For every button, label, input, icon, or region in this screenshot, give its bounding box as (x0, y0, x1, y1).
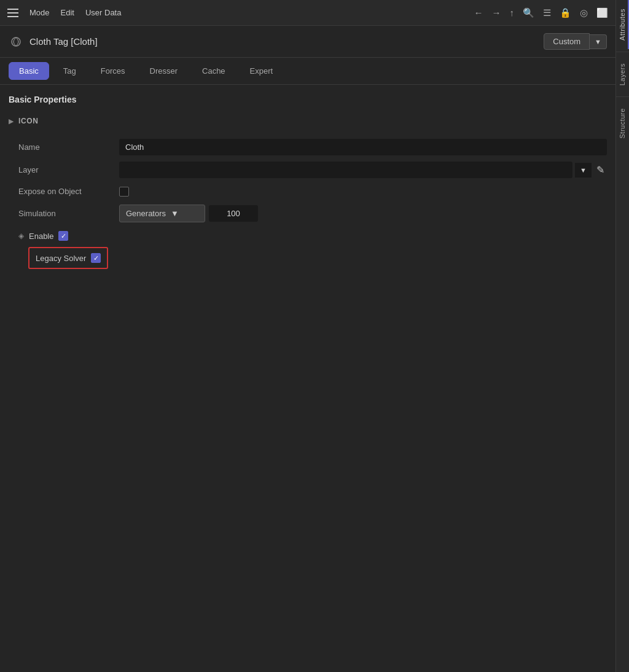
simulation-dropdown-label: Generators (126, 209, 166, 218)
enable-checkbox[interactable] (58, 231, 68, 241)
tabs-bar: Basic Tag Forces Dresser Cache Expert (0, 58, 615, 85)
window-title: Cloth Tag [Cloth] (29, 36, 537, 47)
simulation-dropdown-arrow: ▼ (171, 209, 179, 218)
layer-input[interactable] (119, 162, 572, 178)
lock-icon[interactable]: 🔒 (560, 7, 571, 18)
layer-label: Layer (9, 159, 119, 181)
content-area: Basic Properties ▶ ICON Name Layer ▼ ✎ (0, 85, 615, 672)
legacy-solver-checkbox[interactable] (91, 253, 101, 263)
section-title: Basic Properties (9, 95, 607, 104)
sidebar-tab-structure[interactable]: Structure (617, 100, 629, 147)
preset-dropdown[interactable]: Custom ▼ (544, 33, 607, 50)
name-label: Name (9, 136, 119, 158)
simulation-label: Simulation (9, 202, 119, 225)
expose-value-cell (119, 182, 607, 201)
hamburger-icon[interactable] (7, 9, 18, 17)
simulation-value-cell: Generators ▼ (119, 202, 607, 225)
up-icon[interactable]: ↑ (510, 7, 515, 18)
properties-grid: Name Layer ▼ ✎ Expose on Object Simulati… (9, 136, 607, 269)
forward-icon[interactable]: → (492, 7, 501, 18)
preset-arrow-icon[interactable]: ▼ (590, 34, 607, 49)
enable-label: Enable (29, 232, 53, 241)
icon-chevron[interactable]: ▶ (9, 117, 14, 125)
filter-icon[interactable]: ☰ (543, 7, 551, 18)
layer-value-cell: ▼ ✎ (119, 159, 607, 181)
name-input[interactable] (119, 139, 607, 155)
title-bar: Cloth Tag [Cloth] Custom ▼ (0, 26, 615, 58)
expose-checkbox[interactable] (119, 187, 129, 197)
sidebar-tab-layers[interactable]: Layers (617, 55, 629, 94)
menu-bar: Mode Edit User Data ← → ↑ 🔍 ☰ 🔒 ◎ ⬜ (0, 0, 615, 26)
enable-full-row: ◈ Enable (9, 226, 607, 246)
legacy-solver-label: Legacy Solver (36, 254, 86, 263)
menu-edit[interactable]: Edit (61, 8, 74, 17)
expose-label: Expose on Object (9, 182, 119, 201)
external-icon[interactable]: ⬜ (596, 7, 608, 18)
legacy-solver-row: Legacy Solver (28, 247, 108, 269)
tab-cache[interactable]: Cache (192, 62, 236, 80)
simulation-dropdown[interactable]: Generators ▼ (119, 205, 205, 222)
tab-basic[interactable]: Basic (9, 62, 49, 80)
icon-row-label: ICON (18, 117, 38, 125)
tab-dresser[interactable]: Dresser (139, 62, 189, 80)
layer-dropdown-button[interactable]: ▼ (575, 163, 592, 178)
tab-expert[interactable]: Expert (240, 62, 284, 80)
diamond-icon: ◈ (18, 232, 24, 240)
target-icon[interactable]: ◎ (580, 7, 588, 18)
right-sidebar: Attributes Layers Structure (615, 0, 629, 672)
back-icon[interactable]: ← (474, 7, 483, 18)
tab-forces[interactable]: Forces (90, 62, 136, 80)
search-icon[interactable]: 🔍 (523, 7, 534, 18)
layer-edit-button[interactable]: ✎ (594, 162, 607, 178)
object-icon (9, 34, 23, 49)
svg-point-0 (12, 37, 20, 46)
name-value-cell (119, 136, 607, 158)
icon-section-row: ▶ ICON (9, 113, 607, 129)
menu-userdata[interactable]: User Data (85, 8, 122, 17)
sidebar-tab-attributes[interactable]: Attributes (617, 0, 629, 49)
menu-mode[interactable]: Mode (29, 8, 50, 17)
preset-label: Custom (544, 33, 590, 50)
simulation-number-input[interactable] (209, 205, 258, 222)
tab-tag[interactable]: Tag (53, 62, 87, 80)
legacy-full-row: Legacy Solver (9, 247, 607, 269)
